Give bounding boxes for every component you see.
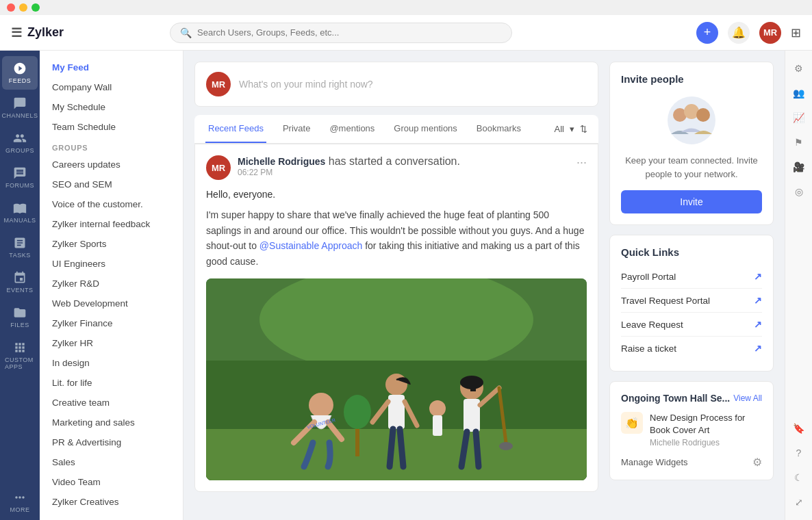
svg-point-19 [499, 442, 513, 450]
sidebar-item-events[interactable]: EVENTS [2, 265, 38, 299]
sidebar-item-manuals[interactable]: MANUALS [2, 196, 38, 229]
post-image: VOLUNTEER [206, 278, 587, 480]
sidebar-item-custom-apps[interactable]: CUSTOM APPS [2, 335, 38, 376]
search-bar[interactable]: 🔍 [170, 23, 512, 43]
invite-title: Invite people [621, 73, 762, 85]
svg-line-21 [476, 432, 479, 467]
expand-right-icon[interactable]: ⤢ [788, 491, 810, 513]
invite-illustration [621, 94, 762, 146]
maximize-button[interactable] [31, 3, 40, 12]
invite-button[interactable]: Invite [621, 190, 762, 213]
sidebar-item-company-wall[interactable]: Company Wall [40, 77, 183, 97]
compose-placeholder[interactable]: What's on your mind right now? [239, 79, 373, 90]
notifications-icon[interactable]: 🔔 [728, 22, 750, 44]
sidebar-item-groups[interactable]: GROUPS [2, 126, 38, 159]
quick-links-title: Quick Links [621, 246, 762, 258]
town-hall-item: 👏 New Design Process for Book Cover Art … [621, 412, 762, 447]
town-hall-item-name: New Design Process for Book Cover Art [650, 412, 762, 437]
tab-mentions[interactable]: @mentions [327, 115, 377, 143]
minimize-button[interactable] [19, 3, 27, 12]
sidebar-item-feeds[interactable]: FEEDS [2, 56, 38, 90]
flag-right-icon[interactable]: ⚑ [788, 131, 810, 153]
group-item-marketing[interactable]: Marketing and sales [40, 413, 183, 432]
chart-right-icon[interactable]: 📈 [788, 107, 810, 129]
sidebar-item-forums[interactable]: FORUMS [2, 161, 38, 194]
group-item-voice[interactable]: Voice of the customer. [40, 194, 183, 214]
help-right-icon[interactable]: ? [788, 442, 810, 464]
group-item-webdev[interactable]: Web Development [40, 294, 183, 313]
group-item-sports[interactable]: Zylker Sports [40, 234, 183, 254]
svg-line-12 [400, 429, 403, 467]
group-item-sales[interactable]: Sales [40, 452, 183, 472]
town-hall-item-icon: 👏 [621, 412, 643, 434]
post-avatar: MR [206, 155, 231, 180]
custom-apps-label: CUSTOM APPS [5, 356, 35, 370]
group-item-video[interactable]: Video Team [40, 472, 183, 492]
quick-link-payroll[interactable]: Payroll Portal ↗ [621, 265, 762, 289]
tab-group-mentions[interactable]: Group mentions [391, 115, 460, 143]
group-item-lit[interactable]: Lit. for life [40, 373, 183, 393]
group-item-rd[interactable]: Zylker R&D [40, 274, 183, 294]
settings-icon[interactable]: ⚙ [752, 456, 762, 469]
sidebar-item-my-feed[interactable]: My Feed [40, 57, 183, 77]
radio-right-icon[interactable]: ◎ [788, 181, 810, 203]
group-item-ui[interactable]: UI Engineers [40, 254, 183, 274]
add-button[interactable]: + [696, 22, 718, 44]
sidebar-item-files[interactable]: FILES [2, 300, 38, 334]
post-greeting: Hello, everyone. [206, 187, 587, 202]
group-item-creative[interactable]: Creative team [40, 393, 183, 413]
people-right-icon[interactable]: 👥 [788, 82, 810, 104]
sidebar-item-channels[interactable]: CHANNELS [2, 91, 38, 125]
icon-sidebar: FEEDS CHANNELS GROUPS FORUMS MANUALS TAS… [0, 51, 40, 520]
quick-link-travel[interactable]: Travel Request Portal ↗ [621, 289, 762, 313]
post-time: 06:22 PM [238, 168, 570, 177]
grid-icon[interactable]: ⊞ [791, 25, 801, 40]
close-button[interactable] [7, 3, 15, 12]
group-item-hr[interactable]: Zylker HR [40, 333, 183, 353]
group-item-zylker-creatives[interactable]: Zylker Creatives [40, 492, 183, 512]
far-right-panel: ⚙ 👥 📈 ⚑ 🎥 ◎ 🔖 ? ☾ ⤢ [785, 51, 812, 520]
settings-right-icon[interactable]: ⚙ [788, 57, 810, 79]
group-item-pr[interactable]: PR & Advertising [40, 432, 183, 452]
channels-label: CHANNELS [2, 112, 38, 119]
search-icon: 🔍 [180, 27, 192, 38]
sidebar-item-my-schedule[interactable]: My Schedule [40, 97, 183, 117]
left-sidebar: My Feed Company Wall My Schedule Team Sc… [40, 51, 183, 520]
new-group-button[interactable]: ⊕ New Group [40, 512, 183, 520]
forums-label: FORUMS [5, 182, 34, 189]
group-item-finance[interactable]: Zylker Finance [40, 313, 183, 333]
town-hall-title: Ongoing Town Hall Se... [621, 393, 730, 404]
right-sidebar: Invite people [609, 62, 774, 509]
video-right-icon[interactable]: 🎥 [788, 156, 810, 178]
view-all-link[interactable]: View All [733, 393, 762, 403]
sidebar-item-more[interactable]: MORE [2, 485, 38, 520]
sidebar-item-tasks[interactable]: TASKS [2, 231, 38, 264]
compose-box: MR What's on your mind right now? [194, 62, 598, 107]
invite-description: Keep your team connected. Invite people … [621, 154, 762, 181]
group-item-seo[interactable]: SEO and SEM [40, 174, 183, 194]
tab-private[interactable]: Private [280, 115, 313, 143]
search-input[interactable] [197, 27, 502, 38]
tab-bookmarks[interactable]: Bookmarks [474, 115, 524, 143]
group-item-careers[interactable]: Careers updates [40, 155, 183, 174]
quick-link-raise-ticket[interactable]: Raise a ticket ↗ [621, 337, 762, 360]
svg-point-24 [429, 400, 446, 417]
group-item-feedback[interactable]: Zylker internal feedback [40, 214, 183, 234]
post-author[interactable]: Michelle Rodrigues [238, 156, 325, 167]
manage-widgets-label[interactable]: Manage Widgets [621, 457, 688, 467]
post-mention[interactable]: @Sustainable Approach [259, 240, 362, 251]
avatar[interactable]: MR [759, 22, 781, 44]
sidebar-item-team-schedule[interactable]: Team Schedule [40, 117, 183, 137]
quick-link-leave[interactable]: Leave Request ↗ [621, 313, 762, 337]
hamburger-icon[interactable]: ☰ [11, 25, 22, 40]
moon-right-icon[interactable]: ☾ [788, 467, 810, 489]
plus-circle-icon: ⊕ [52, 517, 61, 520]
group-item-indesign[interactable]: In design [40, 353, 183, 373]
titlebar [0, 0, 812, 15]
post-more-icon[interactable]: ··· [576, 155, 587, 170]
tab-recent-feeds[interactable]: Recent Feeds [205, 115, 266, 143]
sort-icon: ⇅ [580, 124, 587, 134]
feed-area: MR What's on your mind right now? Recent… [194, 62, 598, 509]
bookmark-right-icon[interactable]: 🔖 [788, 417, 810, 439]
feed-filter[interactable]: All ▾ ⇅ [555, 124, 587, 134]
